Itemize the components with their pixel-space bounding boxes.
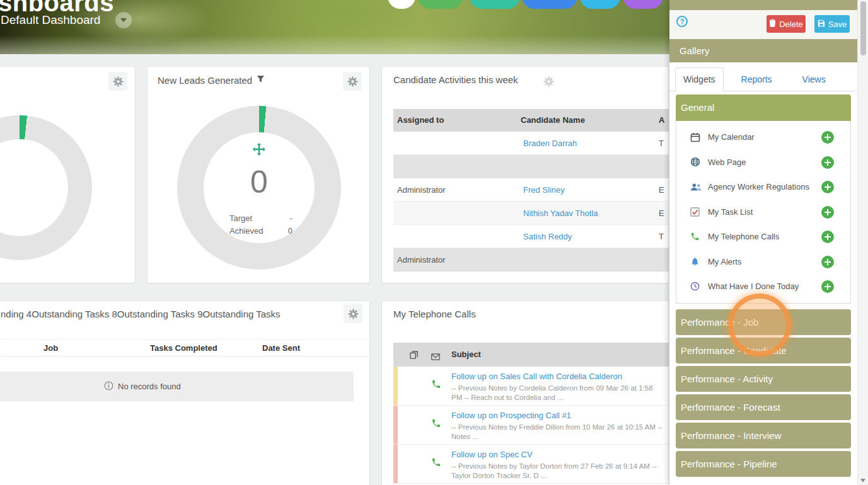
gear-icon[interactable] <box>343 72 362 91</box>
widget-title: Candidate Activities this week <box>393 74 518 85</box>
clock-icon <box>690 282 703 291</box>
chevron-down-icon <box>120 18 127 22</box>
column-assigned-to: Assigned to <box>397 109 444 132</box>
toolbar-pill-purple[interactable] <box>623 0 663 9</box>
empty-state: No records found <box>0 372 354 401</box>
call-note: -- Previous Notes by Taylor Dorton from … <box>451 462 666 481</box>
gallery-item-web-page[interactable]: Web Page <box>676 150 850 175</box>
candidate-link[interactable]: Fred Sliney <box>523 178 565 202</box>
table-header-row: Job Tasks Completed Date Sent <box>1 339 370 357</box>
table-row: Nithish Yadav Thotla E <box>393 202 669 225</box>
tab-reports[interactable]: Reports <box>734 68 780 91</box>
candidate-link[interactable]: Satish Reddy <box>523 225 572 248</box>
achieved-value: 0 <box>288 225 292 237</box>
gallery-item-my-calendar[interactable]: My Calendar <box>676 125 850 150</box>
add-widget-button[interactable] <box>821 206 834 219</box>
avatar-circle[interactable] <box>388 0 415 9</box>
calendar-icon <box>690 132 703 142</box>
add-widget-button[interactable] <box>821 181 834 193</box>
section-performance-activity[interactable]: Performance - Activity <box>676 366 851 392</box>
globe-icon <box>690 157 703 167</box>
add-widget-button[interactable] <box>821 156 834 169</box>
scrollbar-thumb[interactable] <box>860 1 866 55</box>
widget-new-leads: New Leads Generated 0 Target <box>147 66 370 283</box>
toolbar-pill-blue[interactable] <box>522 0 577 9</box>
candidate-link[interactable]: Nithish Yadav Thotla <box>523 202 598 225</box>
dashboard-name: Default Dashboard <box>1 13 100 27</box>
bell-icon <box>690 256 703 266</box>
widget-title: My Telephone Calls <box>393 309 476 319</box>
leads-stats: Target - Achieved 0 <box>229 212 292 237</box>
priority-stripe <box>393 406 398 444</box>
section-performance-forecast[interactable]: Performance - Forecast <box>676 394 851 420</box>
gallery-content: General My Calendar Web Page <box>676 94 851 477</box>
item-label: My Task List <box>708 207 753 217</box>
section-general[interactable]: General <box>676 94 851 121</box>
assigned-to-cell: Administrator <box>397 178 446 202</box>
delete-button[interactable]: Delete <box>767 15 806 33</box>
gear-icon[interactable] <box>108 72 127 91</box>
section-performance-pipeline[interactable]: Performance - Pipeline <box>676 451 851 477</box>
tab-views[interactable]: Views <box>795 68 833 91</box>
app-root: shboards Default Dashboard <box>0 0 868 485</box>
save-label: Save <box>828 20 847 29</box>
cropped-cell: E <box>659 178 664 202</box>
toolbar-pill-teal[interactable] <box>470 0 520 9</box>
task-list-icon <box>690 207 703 217</box>
help-icon[interactable]: ? <box>676 16 688 27</box>
phone-icon <box>690 232 703 241</box>
panel-top-strip <box>669 0 857 10</box>
cropped-cell: T <box>659 132 664 155</box>
widget-telephone-calls: My Telephone Calls Subject Follow up on … <box>381 300 669 485</box>
empty-message: No records found <box>118 382 181 391</box>
gallery-item-agency-worker-regulations[interactable]: Agency Worker Regulations <box>676 174 850 200</box>
call-subject-link[interactable]: Follow up on Prospecting Call #1 <box>451 411 571 420</box>
table-group-row <box>393 155 669 178</box>
users-icon <box>690 183 703 191</box>
gallery-item-my-alerts[interactable]: My Alerts <box>676 249 850 275</box>
add-widget-button[interactable] <box>821 280 834 293</box>
save-icon <box>818 20 825 29</box>
leads-count-value: 0 <box>221 163 297 202</box>
toolbar-pill-cyan[interactable] <box>580 0 620 9</box>
add-widget-button[interactable] <box>821 131 834 144</box>
info-icon <box>104 381 113 392</box>
gallery-item-my-telephone-calls[interactable]: My Telephone Calls <box>676 224 850 249</box>
gear-glyph <box>348 309 359 319</box>
toolbar-pill-green[interactable] <box>418 0 463 9</box>
item-label: My Calendar <box>708 132 755 142</box>
scrollbar-down-arrow[interactable] <box>860 479 865 482</box>
widget-outstanding-tasks: nding 4Outstanding Tasks 8Outstanding Ta… <box>0 300 370 485</box>
tab-widgets[interactable]: Widgets <box>675 67 724 91</box>
call-row: Follow up on Sales Call with Cordelia Ca… <box>393 367 669 406</box>
add-widget-button[interactable] <box>821 256 834 268</box>
item-label: Web Page <box>708 157 746 167</box>
gallery-item-my-task-list[interactable]: My Task List <box>676 200 850 225</box>
call-subject-link[interactable]: Follow up on Sales Call with Cordelia Ca… <box>451 372 622 381</box>
call-subject-link[interactable]: Follow up on Spec CV <box>451 450 533 459</box>
priority-stripe <box>393 367 398 405</box>
gear-icon[interactable] <box>539 72 558 91</box>
gear-glyph <box>113 76 124 87</box>
delete-label: Delete <box>779 20 803 29</box>
table-row: Satish Reddy T <box>393 225 669 248</box>
panel-toolbar: ? Delete Save <box>669 10 857 39</box>
gear-icon[interactable] <box>344 304 362 323</box>
gallery-title: Gallery <box>669 39 857 62</box>
item-label: Agency Worker Regulations <box>708 182 809 191</box>
section-performance-interview[interactable]: Performance - Interview <box>676 423 851 448</box>
call-row: Follow up on Prospecting Call #1 -- Prev… <box>393 406 669 445</box>
save-button[interactable]: Save <box>814 15 850 33</box>
widget-candidate-activities: Candidate Activities this week Assigned … <box>381 66 669 283</box>
target-value: - <box>290 212 292 225</box>
add-widget-button[interactable] <box>821 231 834 243</box>
widget-title: nding 4Outstanding Tasks 8Outstanding Ta… <box>1 309 281 319</box>
dashboard-switcher-button[interactable] <box>115 12 132 28</box>
column-subject: Subject <box>451 343 481 367</box>
page-scrollbar <box>857 0 868 485</box>
table-group-row: Administrator <box>393 248 669 271</box>
move-icon[interactable] <box>252 142 267 157</box>
candidate-link[interactable]: Braden Darrah <box>523 132 577 155</box>
filter-icon[interactable] <box>257 74 265 86</box>
column-tasks-completed: Tasks Completed <box>150 340 217 357</box>
